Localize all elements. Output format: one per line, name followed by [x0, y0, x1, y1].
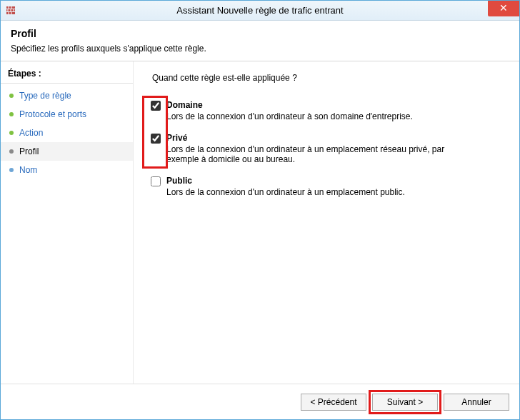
bullet-icon: [9, 112, 14, 116]
titlebar: Assistant Nouvelle règle de trafic entra…: [1, 1, 519, 21]
next-button-wrap: Suivant >: [372, 394, 438, 411]
profile-domain: Domaine Lors de la connexion d'un ordina…: [145, 100, 504, 121]
steps-header: Étapes :: [1, 66, 133, 84]
bullet-icon: [9, 131, 14, 135]
steps-sidebar: Étapes : Type de règle Protocole et port…: [1, 61, 134, 384]
checkbox-domain[interactable]: [151, 101, 161, 111]
firewall-icon: [5, 5, 16, 16]
profile-public: Public Lors de la connexion d'un ordinat…: [145, 176, 504, 197]
content-panel: Quand cette règle est-elle appliquée ? D…: [134, 61, 519, 384]
checkbox-private[interactable]: [151, 134, 161, 144]
bullet-icon: [9, 94, 14, 98]
profile-private-text: Privé Lors de la connexion d'un ordinate…: [166, 133, 474, 164]
profiles-group: Domaine Lors de la connexion d'un ordina…: [145, 100, 504, 209]
step-nom[interactable]: Nom: [1, 161, 133, 179]
page-subtitle: Spécifiez les profils auxquels s'appliqu…: [11, 44, 509, 54]
checkbox-public[interactable]: [151, 176, 161, 186]
step-label: Nom: [19, 164, 37, 176]
window-title: Assistant Nouvelle règle de trafic entra…: [1, 5, 519, 16]
page-title: Profil: [11, 28, 509, 39]
steps-list: Type de règle Protocole et ports Action …: [1, 84, 133, 182]
profile-domain-text: Domaine Lors de la connexion d'un ordina…: [166, 100, 413, 121]
step-action[interactable]: Action: [1, 124, 133, 142]
header-area: Profil Spécifiez les profils auxquels s'…: [1, 21, 519, 59]
step-label: Type de règle: [19, 89, 71, 102]
profile-domain-title: Domaine: [166, 100, 413, 110]
apply-question: Quand cette règle est-elle appliquée ?: [152, 73, 504, 83]
close-icon: ✕: [499, 2, 508, 14]
bullet-icon: [9, 149, 14, 154]
cancel-button[interactable]: Annuler: [444, 394, 509, 411]
profile-private-desc: Lors de la connexion d'un ordinateur à u…: [166, 144, 474, 164]
next-button[interactable]: Suivant >: [372, 394, 438, 411]
profile-public-desc: Lors de la connexion d'un ordinateur à u…: [166, 187, 405, 197]
step-label: Action: [19, 126, 43, 139]
profile-private-title: Privé: [166, 133, 474, 143]
profile-public-text: Public Lors de la connexion d'un ordinat…: [166, 176, 405, 197]
close-button[interactable]: ✕: [488, 1, 519, 16]
back-button-wrap: < Précédent: [301, 394, 366, 411]
step-type-de-regle[interactable]: Type de règle: [1, 86, 133, 105]
cancel-button-wrap: Annuler: [444, 394, 509, 411]
profile-domain-desc: Lors de la connexion d'un ordinateur à s…: [166, 111, 413, 121]
step-label: Protocole et ports: [19, 108, 86, 121]
step-protocole-et-ports[interactable]: Protocole et ports: [1, 105, 133, 124]
profile-private: Privé Lors de la connexion d'un ordinate…: [145, 133, 504, 164]
profile-public-title: Public: [166, 176, 405, 186]
bullet-icon: [9, 168, 14, 172]
wizard-footer: < Précédent Suivant > Annuler: [1, 384, 519, 419]
body-area: Étapes : Type de règle Protocole et port…: [1, 61, 519, 384]
step-label: Profil: [19, 145, 39, 158]
wizard-window: Assistant Nouvelle règle de trafic entra…: [0, 0, 520, 420]
back-button[interactable]: < Précédent: [301, 394, 366, 411]
step-profil[interactable]: Profil: [1, 142, 133, 161]
